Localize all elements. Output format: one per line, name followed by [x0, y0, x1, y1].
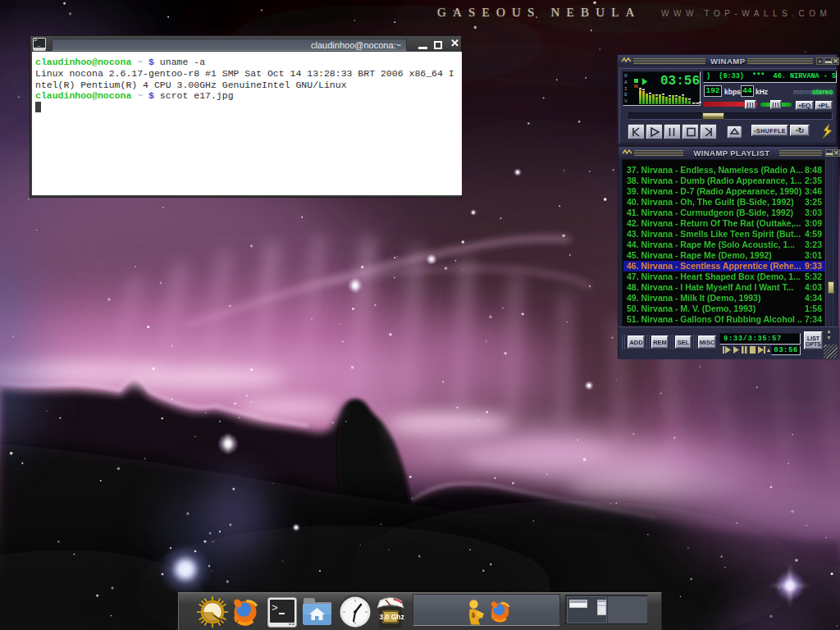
- svg-text:>: >: [272, 602, 278, 614]
- svg-text:3.0 Ghz: 3.0 Ghz: [380, 613, 404, 621]
